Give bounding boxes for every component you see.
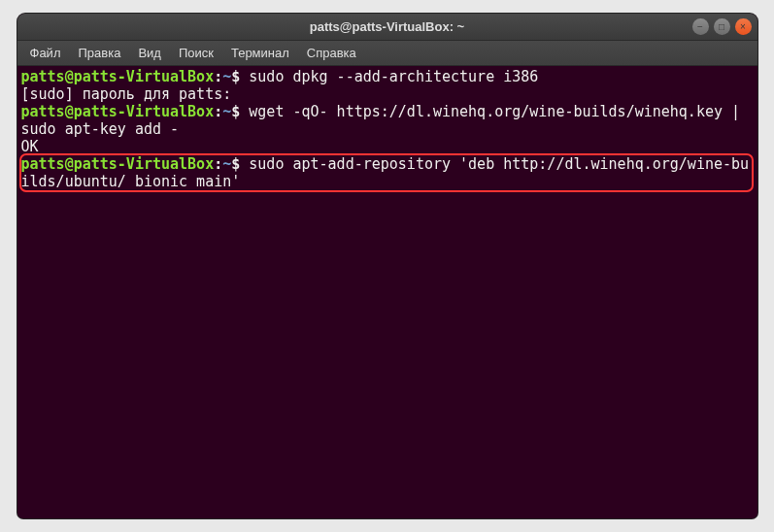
prompt-dir: ~: [222, 103, 231, 120]
close-button[interactable]: ×: [735, 18, 752, 35]
prompt-end: $: [231, 103, 249, 120]
maximize-icon: □: [719, 21, 724, 32]
menu-search[interactable]: Поиск: [170, 44, 222, 62]
terminal-output[interactable]: patts@patts-VirtualBox:~$ sudo dpkg --ad…: [17, 66, 757, 518]
menu-edit[interactable]: Правка: [69, 44, 129, 62]
prompt-user: patts@patts-VirtualBox: [21, 155, 215, 173]
menubar: Файл Правка Вид Поиск Терминал Справка: [17, 41, 757, 66]
close-icon: ×: [740, 21, 746, 32]
maximize-button[interactable]: □: [714, 18, 730, 35]
menu-view[interactable]: Вид: [129, 44, 170, 62]
window-title: patts@patts-VirtualBox: ~: [310, 19, 464, 34]
minimize-button[interactable]: −: [692, 18, 709, 35]
prompt-end: $: [231, 155, 249, 173]
prompt-end: $: [231, 68, 249, 85]
prompt-user: patts@patts-VirtualBox: [21, 68, 215, 85]
prompt-sep: :: [214, 68, 222, 85]
prompt-dir: ~: [222, 155, 231, 173]
output-line-ok: OK: [21, 138, 39, 155]
titlebar[interactable]: patts@patts-VirtualBox: ~ − □ ×: [17, 14, 757, 41]
prompt-sep: :: [214, 103, 222, 120]
prompt-user: patts@patts-VirtualBox: [21, 103, 215, 120]
minimize-icon: −: [697, 21, 703, 32]
terminal-window: patts@patts-VirtualBox: ~ − □ × Файл Пра…: [17, 14, 757, 518]
prompt-dir: ~: [222, 68, 231, 85]
window-controls: − □ ×: [692, 18, 752, 35]
command-1: sudo dpkg --add-architecture i386: [249, 68, 538, 85]
menu-help[interactable]: Справка: [298, 44, 365, 62]
menu-terminal[interactable]: Терминал: [222, 44, 298, 62]
output-line-sudo: [sudo] пароль для patts:: [21, 85, 232, 103]
menu-file[interactable]: Файл: [21, 44, 70, 62]
prompt-sep: :: [214, 155, 222, 173]
